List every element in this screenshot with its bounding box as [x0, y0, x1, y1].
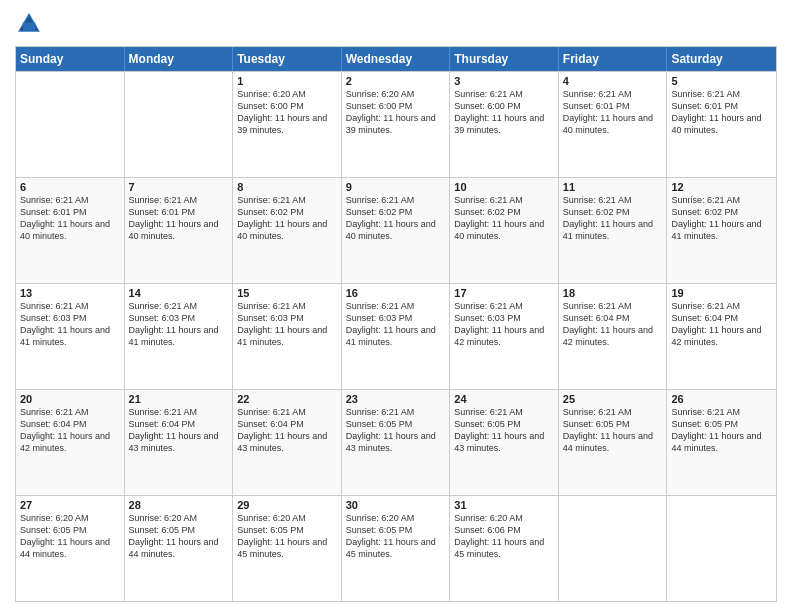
cell-info: Sunrise: 6:21 AM Sunset: 6:03 PM Dayligh…: [346, 300, 446, 349]
day-number: 3: [454, 75, 554, 87]
calendar-cell: 5Sunrise: 6:21 AM Sunset: 6:01 PM Daylig…: [667, 72, 776, 177]
calendar-cell: 29Sunrise: 6:20 AM Sunset: 6:05 PM Dayli…: [233, 496, 342, 601]
calendar: SundayMondayTuesdayWednesdayThursdayFrid…: [15, 46, 777, 602]
cell-info: Sunrise: 6:20 AM Sunset: 6:05 PM Dayligh…: [20, 512, 120, 561]
day-number: 21: [129, 393, 229, 405]
cell-info: Sunrise: 6:21 AM Sunset: 6:04 PM Dayligh…: [237, 406, 337, 455]
day-number: 20: [20, 393, 120, 405]
calendar-cell: 22Sunrise: 6:21 AM Sunset: 6:04 PM Dayli…: [233, 390, 342, 495]
cell-info: Sunrise: 6:21 AM Sunset: 6:04 PM Dayligh…: [563, 300, 663, 349]
calendar-cell: 19Sunrise: 6:21 AM Sunset: 6:04 PM Dayli…: [667, 284, 776, 389]
cal-header-day: Tuesday: [233, 47, 342, 71]
cell-info: Sunrise: 6:20 AM Sunset: 6:05 PM Dayligh…: [129, 512, 229, 561]
day-number: 30: [346, 499, 446, 511]
calendar-cell: 8Sunrise: 6:21 AM Sunset: 6:02 PM Daylig…: [233, 178, 342, 283]
calendar-cell: 31Sunrise: 6:20 AM Sunset: 6:06 PM Dayli…: [450, 496, 559, 601]
calendar-row: 6Sunrise: 6:21 AM Sunset: 6:01 PM Daylig…: [16, 177, 776, 283]
cell-info: Sunrise: 6:21 AM Sunset: 6:01 PM Dayligh…: [129, 194, 229, 243]
day-number: 2: [346, 75, 446, 87]
calendar-cell: 7Sunrise: 6:21 AM Sunset: 6:01 PM Daylig…: [125, 178, 234, 283]
calendar-cell: 11Sunrise: 6:21 AM Sunset: 6:02 PM Dayli…: [559, 178, 668, 283]
cell-info: Sunrise: 6:21 AM Sunset: 6:02 PM Dayligh…: [563, 194, 663, 243]
svg-rect-2: [23, 22, 35, 30]
cell-info: Sunrise: 6:20 AM Sunset: 6:05 PM Dayligh…: [237, 512, 337, 561]
calendar-row: 13Sunrise: 6:21 AM Sunset: 6:03 PM Dayli…: [16, 283, 776, 389]
cell-info: Sunrise: 6:21 AM Sunset: 6:02 PM Dayligh…: [346, 194, 446, 243]
cell-info: Sunrise: 6:21 AM Sunset: 6:03 PM Dayligh…: [454, 300, 554, 349]
cell-info: Sunrise: 6:21 AM Sunset: 6:03 PM Dayligh…: [20, 300, 120, 349]
calendar-cell: 17Sunrise: 6:21 AM Sunset: 6:03 PM Dayli…: [450, 284, 559, 389]
day-number: 24: [454, 393, 554, 405]
calendar-cell: [16, 72, 125, 177]
day-number: 16: [346, 287, 446, 299]
cal-header-day: Friday: [559, 47, 668, 71]
calendar-cell: 25Sunrise: 6:21 AM Sunset: 6:05 PM Dayli…: [559, 390, 668, 495]
cal-header-day: Thursday: [450, 47, 559, 71]
calendar-cell: 15Sunrise: 6:21 AM Sunset: 6:03 PM Dayli…: [233, 284, 342, 389]
cell-info: Sunrise: 6:21 AM Sunset: 6:02 PM Dayligh…: [454, 194, 554, 243]
calendar-cell: 9Sunrise: 6:21 AM Sunset: 6:02 PM Daylig…: [342, 178, 451, 283]
day-number: 8: [237, 181, 337, 193]
day-number: 13: [20, 287, 120, 299]
header: [15, 10, 777, 38]
calendar-cell: 1Sunrise: 6:20 AM Sunset: 6:00 PM Daylig…: [233, 72, 342, 177]
cal-header-day: Sunday: [16, 47, 125, 71]
day-number: 1: [237, 75, 337, 87]
cell-info: Sunrise: 6:21 AM Sunset: 6:00 PM Dayligh…: [454, 88, 554, 137]
cell-info: Sunrise: 6:20 AM Sunset: 6:06 PM Dayligh…: [454, 512, 554, 561]
cell-info: Sunrise: 6:21 AM Sunset: 6:05 PM Dayligh…: [454, 406, 554, 455]
cell-info: Sunrise: 6:21 AM Sunset: 6:01 PM Dayligh…: [563, 88, 663, 137]
day-number: 14: [129, 287, 229, 299]
calendar-cell: 6Sunrise: 6:21 AM Sunset: 6:01 PM Daylig…: [16, 178, 125, 283]
calendar-cell: 10Sunrise: 6:21 AM Sunset: 6:02 PM Dayli…: [450, 178, 559, 283]
day-number: 31: [454, 499, 554, 511]
day-number: 10: [454, 181, 554, 193]
calendar-cell: 23Sunrise: 6:21 AM Sunset: 6:05 PM Dayli…: [342, 390, 451, 495]
day-number: 25: [563, 393, 663, 405]
calendar-cell: 18Sunrise: 6:21 AM Sunset: 6:04 PM Dayli…: [559, 284, 668, 389]
cell-info: Sunrise: 6:21 AM Sunset: 6:05 PM Dayligh…: [671, 406, 772, 455]
day-number: 19: [671, 287, 772, 299]
calendar-cell: 14Sunrise: 6:21 AM Sunset: 6:03 PM Dayli…: [125, 284, 234, 389]
cell-info: Sunrise: 6:21 AM Sunset: 6:03 PM Dayligh…: [129, 300, 229, 349]
calendar-cell: 4Sunrise: 6:21 AM Sunset: 6:01 PM Daylig…: [559, 72, 668, 177]
calendar-cell: 16Sunrise: 6:21 AM Sunset: 6:03 PM Dayli…: [342, 284, 451, 389]
calendar-cell: 28Sunrise: 6:20 AM Sunset: 6:05 PM Dayli…: [125, 496, 234, 601]
cell-info: Sunrise: 6:20 AM Sunset: 6:00 PM Dayligh…: [346, 88, 446, 137]
day-number: 15: [237, 287, 337, 299]
day-number: 9: [346, 181, 446, 193]
calendar-row: 1Sunrise: 6:20 AM Sunset: 6:00 PM Daylig…: [16, 71, 776, 177]
calendar-cell: [125, 72, 234, 177]
cell-info: Sunrise: 6:21 AM Sunset: 6:02 PM Dayligh…: [671, 194, 772, 243]
cell-info: Sunrise: 6:21 AM Sunset: 6:03 PM Dayligh…: [237, 300, 337, 349]
day-number: 5: [671, 75, 772, 87]
calendar-cell: [559, 496, 668, 601]
cell-info: Sunrise: 6:21 AM Sunset: 6:05 PM Dayligh…: [346, 406, 446, 455]
cell-info: Sunrise: 6:21 AM Sunset: 6:04 PM Dayligh…: [671, 300, 772, 349]
calendar-cell: 3Sunrise: 6:21 AM Sunset: 6:00 PM Daylig…: [450, 72, 559, 177]
cell-info: Sunrise: 6:20 AM Sunset: 6:05 PM Dayligh…: [346, 512, 446, 561]
calendar-cell: 27Sunrise: 6:20 AM Sunset: 6:05 PM Dayli…: [16, 496, 125, 601]
calendar-row: 20Sunrise: 6:21 AM Sunset: 6:04 PM Dayli…: [16, 389, 776, 495]
cal-header-day: Saturday: [667, 47, 776, 71]
calendar-row: 27Sunrise: 6:20 AM Sunset: 6:05 PM Dayli…: [16, 495, 776, 601]
calendar-cell: [667, 496, 776, 601]
day-number: 17: [454, 287, 554, 299]
calendar-cell: 21Sunrise: 6:21 AM Sunset: 6:04 PM Dayli…: [125, 390, 234, 495]
day-number: 22: [237, 393, 337, 405]
calendar-cell: 26Sunrise: 6:21 AM Sunset: 6:05 PM Dayli…: [667, 390, 776, 495]
calendar-header-row: SundayMondayTuesdayWednesdayThursdayFrid…: [16, 47, 776, 71]
day-number: 4: [563, 75, 663, 87]
calendar-cell: 12Sunrise: 6:21 AM Sunset: 6:02 PM Dayli…: [667, 178, 776, 283]
cell-info: Sunrise: 6:21 AM Sunset: 6:01 PM Dayligh…: [671, 88, 772, 137]
page: SundayMondayTuesdayWednesdayThursdayFrid…: [0, 0, 792, 612]
day-number: 28: [129, 499, 229, 511]
calendar-cell: 30Sunrise: 6:20 AM Sunset: 6:05 PM Dayli…: [342, 496, 451, 601]
day-number: 29: [237, 499, 337, 511]
day-number: 26: [671, 393, 772, 405]
cell-info: Sunrise: 6:21 AM Sunset: 6:01 PM Dayligh…: [20, 194, 120, 243]
logo-icon: [15, 10, 43, 38]
day-number: 7: [129, 181, 229, 193]
day-number: 27: [20, 499, 120, 511]
cell-info: Sunrise: 6:21 AM Sunset: 6:02 PM Dayligh…: [237, 194, 337, 243]
